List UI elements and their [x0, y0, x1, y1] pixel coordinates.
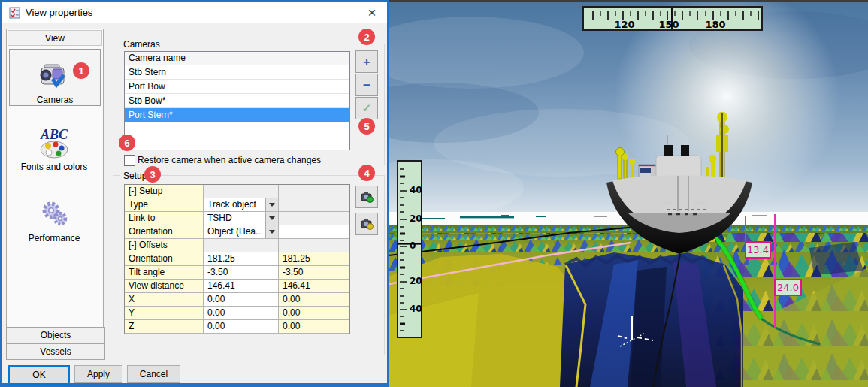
table-row-x: X 0.00 0.00	[125, 293, 349, 307]
camera-list: Camera name Stb Stern Port Bow Stb Bow* …	[124, 51, 350, 150]
table-row-link-to: Link to TSHD	[125, 212, 349, 225]
heading-label: 120	[611, 19, 638, 30]
dialog-icon	[9, 7, 21, 19]
value-cell: 0.00	[279, 320, 349, 334]
tab-objects[interactable]: Objects	[6, 327, 105, 343]
depth-label: 20	[410, 213, 422, 224]
row-label: Type	[125, 198, 204, 212]
row-label: Y	[125, 307, 204, 320]
depth-annotation: 24.0	[774, 279, 802, 296]
orientation-dropdown[interactable]: Object (Hea...	[204, 225, 279, 239]
table-row-y: Y 0.00 0.00	[125, 307, 349, 320]
value-cell[interactable]: -3.50	[204, 266, 279, 280]
value-cell[interactable]: 0.00	[204, 307, 279, 320]
depth-label: 40	[410, 304, 422, 314]
heading-ruler: 120 150 180	[582, 6, 763, 31]
tab-view[interactable]: View	[8, 30, 102, 46]
add-camera-button[interactable]: +	[355, 50, 378, 73]
value-cell[interactable]: 0.00	[204, 320, 279, 334]
camera-list-row[interactable]: Stb Stern	[125, 65, 349, 80]
row-label: Orientation	[125, 252, 204, 266]
minus-icon: −	[363, 79, 370, 92]
cameras-group-label: Cameras	[120, 39, 163, 50]
restore-camera-label: Restore camera when active camera change…	[138, 155, 321, 165]
dropdown-value: Object (Hea...	[207, 225, 263, 238]
accept-camera-button[interactable]: ✓	[355, 97, 378, 119]
depth-annotation: 13.4	[745, 241, 771, 259]
setup-table: [-] Setup Type Track object Link to TSHD…	[124, 184, 350, 334]
row-label: Orientation	[125, 225, 204, 239]
chevron-down-icon[interactable]	[265, 212, 278, 225]
chevron-down-icon[interactable]	[265, 198, 278, 211]
checkmark-icon: ✓	[362, 101, 372, 115]
row-label: X	[125, 293, 204, 307]
table-row-orientation-offset: Orientation 181.25 181.25	[125, 252, 349, 266]
table-row-type: Type Track object	[125, 198, 349, 212]
load-camera-button[interactable]	[355, 213, 378, 235]
palette-icon	[39, 140, 69, 159]
callout-badge-1: 1	[73, 62, 89, 79]
camera-load-icon	[360, 218, 374, 230]
value-cell: -3.50	[279, 266, 349, 280]
camcorder-icon	[38, 62, 72, 92]
gears-icon	[37, 199, 71, 231]
sidebar-item-label: Performance	[29, 233, 80, 243]
sidebar-item-cameras[interactable]: Cameras	[9, 49, 101, 106]
abc-glyph: ABC	[41, 129, 68, 140]
table-row-orientation-mode: Orientation Object (Hea...	[125, 225, 349, 239]
callout-badge-5: 5	[358, 118, 375, 135]
view-properties-dialog: View properties × View Cameras ABC	[0, 0, 389, 387]
dredge-trench	[560, 252, 743, 387]
value-cell: 0.00	[279, 293, 349, 307]
dialog-title: View properties	[26, 7, 92, 18]
table-row-section: [-] Offsets	[125, 239, 349, 252]
sidebar-item-fonts-and-colors[interactable]: ABC Fonts and colors	[9, 112, 99, 172]
ok-button[interactable]: OK	[8, 365, 70, 385]
sidebar-item-label: Cameras	[37, 95, 74, 105]
value-cell[interactable]: 181.25	[204, 252, 279, 266]
row-label[interactable]: [-] Setup	[125, 185, 204, 198]
heading-label: 150	[655, 19, 682, 30]
category-sidebar: View Cameras ABC Fonts and co	[6, 29, 104, 328]
sidebar-item-performance[interactable]: Performance	[9, 183, 99, 243]
remove-camera-button[interactable]: −	[355, 74, 378, 96]
row-label: View distance	[125, 280, 204, 293]
depth-label: 20	[410, 276, 422, 286]
apply-button[interactable]: Apply	[74, 365, 122, 383]
row-label[interactable]: [-] Offsets	[125, 239, 204, 252]
table-row-view-distance: View distance 146.41 146.41	[125, 280, 349, 293]
camera-list-row-selected[interactable]: Port Stern*	[125, 108, 349, 122]
value-cell: 0.00	[279, 307, 349, 320]
close-icon[interactable]: ×	[357, 2, 387, 23]
value-cell: 146.41	[279, 280, 349, 293]
save-camera-button[interactable]	[355, 186, 378, 208]
depth-label: 40	[410, 185, 422, 195]
callout-badge-3: 3	[144, 166, 161, 183]
row-label: Link to	[125, 212, 204, 225]
heading-label: 180	[702, 19, 729, 30]
3d-viewport[interactable]: 120 150 180 40 20 0 20 40 13.4 24.0	[389, 0, 868, 387]
cancel-button[interactable]: Cancel	[127, 365, 180, 383]
restore-camera-checkbox[interactable]	[124, 155, 135, 166]
chevron-down-icon[interactable]	[265, 225, 278, 238]
value-cell[interactable]: 146.41	[204, 280, 279, 293]
tab-vessels[interactable]: Vessels	[6, 343, 105, 360]
callout-badge-6: 6	[119, 135, 135, 151]
link-to-dropdown[interactable]: TSHD	[204, 212, 279, 225]
depth-scale: 40 20 0 20 40	[397, 160, 422, 338]
dialog-titlebar[interactable]: View properties ×	[2, 2, 387, 23]
plus-icon: +	[363, 56, 370, 68]
row-label: Z	[125, 320, 204, 334]
depth-label: 0	[410, 240, 416, 251]
value-cell[interactable]: 0.00	[204, 293, 279, 307]
type-dropdown[interactable]: Track object	[204, 198, 279, 212]
dropdown-value: TSHD	[207, 212, 232, 225]
camera-list-header: Camera name	[125, 52, 349, 65]
sidebar-item-label: Fonts and colors	[21, 162, 88, 172]
table-row-section: [-] Setup	[125, 185, 349, 198]
callout-badge-4: 4	[358, 165, 375, 181]
camera-list-row[interactable]: Stb Bow*	[125, 94, 349, 108]
camera-list-row[interactable]: Port Bow	[125, 80, 349, 94]
table-row-z: Z 0.00 0.00	[125, 320, 349, 334]
camera-save-icon	[360, 191, 374, 203]
